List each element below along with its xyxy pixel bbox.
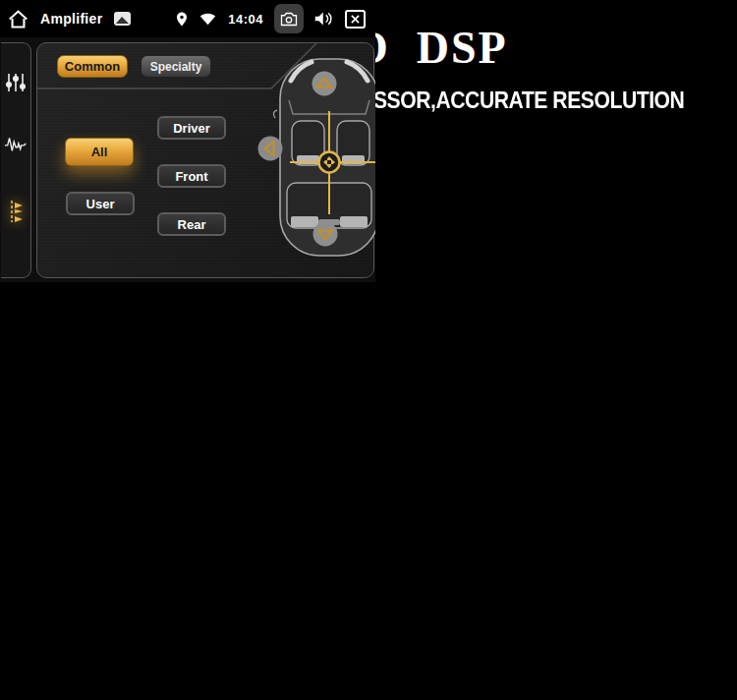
wifi-icon [199,12,216,26]
equalizer-icon[interactable] [4,71,28,98]
fader-down-button[interactable] [313,222,338,247]
audio-dsp-promo: AUDIO DSP OCAT-CORE DSP SOUND PROCESSOR,… [0,0,737,700]
fader-up-button[interactable] [312,72,337,96]
volume-icon[interactable] [314,11,333,27]
screen-title: Amplifier [40,11,102,27]
zone-front-button[interactable]: Front [157,164,226,188]
feature-rail [1,42,31,278]
clock: 14:04 [228,12,263,27]
home-icon[interactable] [8,10,28,29]
zone-statusbar: Amplifier 14:04 [0,0,375,37]
zone-driver-button[interactable]: Driver [157,116,226,140]
location-pin-icon [176,12,188,27]
zone-user-button[interactable]: User [66,192,135,215]
zone-rear-button[interactable]: Rear [157,212,226,236]
zone-panel: Common Specialty All Driver Front User R… [36,42,374,278]
balance-crosshair[interactable] [319,152,340,173]
amplifier-zone-screen: Amplifier 14:04 [0,0,375,282]
screenshot-button[interactable] [274,4,304,33]
image-icon [114,12,131,26]
close-app-icon[interactable] [345,10,366,29]
tab-specialty[interactable]: Specialty [141,55,211,78]
zone-all-button[interactable]: All [65,138,134,166]
fader-left-button[interactable] [258,137,283,161]
tab-common[interactable]: Common [57,55,128,78]
fader-balance-icon[interactable] [4,199,28,228]
waveform-icon[interactable] [4,134,29,157]
car-topview-diagram [255,49,375,269]
